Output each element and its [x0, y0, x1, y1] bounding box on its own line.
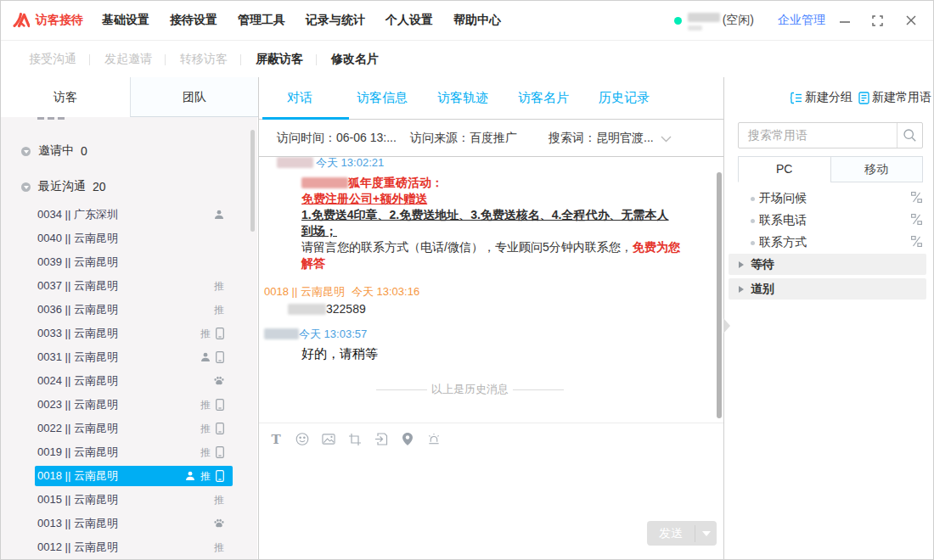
visitor-row-0013[interactable]: 0013 || 云南昆明 — [1, 512, 257, 535]
toolbar-item-0[interactable]: 接受沟通 — [29, 52, 76, 67]
visitor-row-0024[interactable]: 0024 || 云南昆明 — [1, 369, 257, 393]
visitor-label: 0022 || 云南昆明 — [37, 421, 118, 436]
app-logo-icon — [13, 12, 30, 29]
minimize-button[interactable] — [839, 15, 850, 26]
visitor-row-0012[interactable]: 0012 || 云南昆明推 — [1, 535, 257, 559]
toolbar-divider — [89, 54, 90, 65]
insert-phrase-icon[interactable] — [911, 235, 922, 250]
chat-scrollbar[interactable] — [717, 172, 722, 418]
collapse-toggle-icon[interactable] — [21, 182, 31, 192]
visitor-row-0022[interactable]: 0022 || 云南昆明推 — [1, 417, 257, 440]
emoji-icon[interactable] — [295, 433, 309, 446]
insert-phrase-icon[interactable] — [911, 213, 922, 228]
nav-item-1[interactable]: 接待设置 — [170, 13, 217, 28]
bullet-icon — [751, 241, 755, 245]
visitor-row-0036[interactable]: 0036 || 云南昆明推 — [1, 298, 257, 322]
section-recent[interactable]: 最近沟通 20 — [1, 175, 257, 199]
mobile-icon — [216, 446, 224, 458]
tab-pc[interactable]: PC — [738, 156, 830, 182]
chat-tab-3[interactable]: 访客名片 — [518, 90, 569, 106]
visit-info-1: 访问来源：百度推广 — [410, 131, 549, 146]
push-badge: 推 — [214, 493, 224, 507]
toolbar-item-2[interactable]: 转移访客 — [180, 52, 228, 67]
chevron-down-icon[interactable] — [661, 132, 672, 145]
maximize-button[interactable] — [872, 15, 883, 26]
visitor-row-0023[interactable]: 0023 || 云南昆明推 — [1, 393, 257, 417]
file-send-icon[interactable] — [374, 433, 388, 446]
phrase-group-1[interactable]: 道别 — [729, 278, 926, 300]
nav-item-0[interactable]: 基础设置 — [102, 13, 149, 28]
visitor-label: 0036 || 云南昆明 — [37, 302, 118, 317]
blurred-text — [288, 304, 326, 315]
visitor-row-0037[interactable]: 0037 || 云南昆明推 — [1, 274, 257, 298]
alarm-icon[interactable] — [427, 433, 441, 446]
phrase-item-2[interactable]: 联系方式 — [738, 232, 926, 254]
message-input[interactable]: 发送 — [259, 455, 723, 557]
send-options-caret[interactable] — [695, 531, 717, 536]
tab-team[interactable]: 团队 — [130, 77, 258, 117]
phrase-item-0[interactable]: 开场问候 — [738, 188, 926, 210]
collapse-toggle-icon[interactable] — [21, 147, 31, 156]
message-header: 今天 13:02:21 — [264, 157, 723, 170]
search-button[interactable] — [897, 123, 922, 148]
chat-tab-2[interactable]: 访客轨迹 — [437, 90, 488, 106]
message-2: 今天 13:03:57好的，请稍等 — [264, 328, 723, 363]
location-icon[interactable] — [401, 433, 414, 446]
section-inviting[interactable]: 邀请中 0 — [1, 139, 257, 163]
paw-icon — [214, 518, 224, 529]
visitor-row-0040[interactable]: 0040 || 云南昆明 — [1, 227, 257, 250]
phrase-item-1[interactable]: 联系电话 — [738, 210, 926, 232]
toolbar-item-4[interactable]: 修改名片 — [331, 52, 379, 67]
visitor-row-0034[interactable]: 0034 || 广东深圳 — [1, 203, 257, 227]
visitor-label: 0037 || 云南昆明 — [37, 278, 118, 294]
nav-item-3[interactable]: 记录与统计 — [306, 13, 365, 28]
visitor-label: 0015 || 云南昆明 — [37, 492, 118, 507]
visitor-label: 0039 || 云南昆明 — [37, 255, 118, 270]
screenshot-icon[interactable] — [348, 433, 362, 446]
visitor-row-0019[interactable]: 0019 || 云南昆明推 — [1, 440, 257, 464]
mobile-icon — [216, 423, 224, 434]
phrase-list: 开场问候联系电话联系方式 — [738, 188, 926, 254]
nav-item-5[interactable]: 帮助中心 — [453, 13, 501, 28]
push-badge: 推 — [200, 327, 211, 341]
toolbar-item-1[interactable]: 发起邀请 — [104, 52, 152, 67]
mobile-icon — [216, 328, 224, 339]
agent-status: (空闲) — [723, 13, 754, 28]
phrase-group-0[interactable]: 等待 — [729, 254, 926, 275]
mobile-icon — [216, 399, 224, 411]
nav-item-2[interactable]: 管理工具 — [238, 13, 285, 28]
chat-tab-1[interactable]: 访客信息 — [357, 90, 408, 106]
close-button[interactable] — [905, 15, 916, 26]
push-badge: 推 — [200, 398, 211, 412]
visitor-label: 0033 || 云南昆明 — [37, 326, 118, 341]
nav-item-4[interactable]: 个人设置 — [385, 13, 433, 28]
toolbar-item-3[interactable]: 屏蔽访客 — [256, 52, 303, 67]
new-phrase-button[interactable]: 新建常用语 — [858, 90, 931, 105]
toolbar-divider — [240, 54, 241, 65]
new-group-button[interactable]: 新建分组 — [791, 90, 852, 105]
status-dot-icon — [674, 17, 682, 25]
person-icon — [200, 352, 211, 362]
push-badge: 推 — [214, 279, 224, 294]
font-format-icon[interactable]: T — [269, 433, 283, 446]
tab-mobile[interactable]: 移动 — [830, 156, 924, 182]
sidebar-scrollbar[interactable] — [250, 130, 255, 232]
bullet-icon — [751, 197, 755, 201]
send-button[interactable]: 发送 — [647, 521, 717, 546]
visitor-label: 0018 || 云南昆明 — [37, 468, 118, 484]
sidebar-tabs: 访客 团队 — [1, 77, 258, 117]
chat-tab-4[interactable]: 历史记录 — [599, 90, 650, 106]
search-input[interactable]: 搜索常用语 — [739, 123, 897, 148]
visitor-row-0015[interactable]: 0015 || 云南昆明推 — [1, 488, 257, 512]
insert-phrase-icon[interactable] — [911, 191, 922, 206]
image-icon[interactable] — [322, 433, 335, 446]
visitor-row-0018[interactable]: 0018 || 云南昆明推 — [1, 464, 257, 488]
chat-tab-0[interactable]: 对话 — [287, 90, 312, 106]
phrase-groups: 等待道别 — [729, 254, 926, 303]
visitor-row-0031[interactable]: 0031 || 云南昆明 — [1, 345, 257, 369]
visitor-row-0033[interactable]: 0033 || 云南昆明推 — [1, 322, 257, 345]
tab-visitors[interactable]: 访客 — [1, 77, 130, 117]
visitor-row-0039[interactable]: 0039 || 云南昆明 — [1, 250, 257, 274]
enterprise-admin-link[interactable]: 企业管理 — [778, 13, 825, 28]
nav-right: (空闲) 企业管理 — [674, 9, 933, 31]
